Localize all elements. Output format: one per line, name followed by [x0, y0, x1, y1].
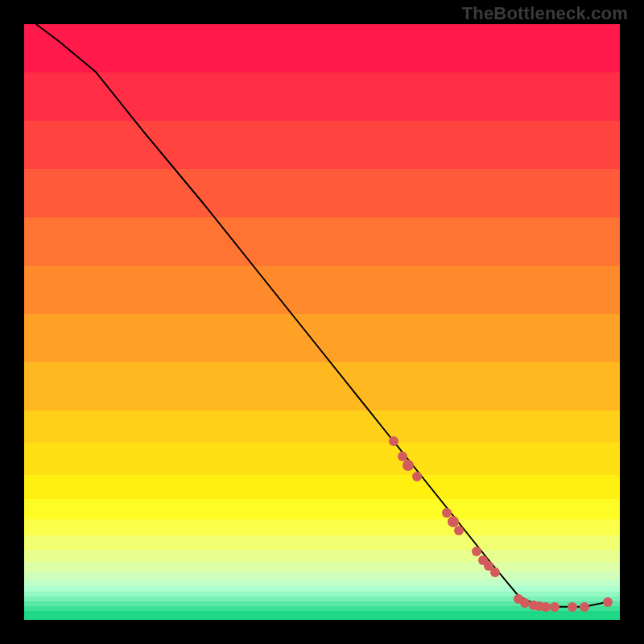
- data-marker: [412, 472, 422, 481]
- data-marker: [550, 602, 559, 612]
- frame: TheBottleneck.com: [0, 0, 644, 644]
- data-marker: [568, 602, 577, 612]
- data-marker: [490, 568, 500, 577]
- data-marker: [580, 602, 589, 612]
- curve-svg: [24, 24, 620, 620]
- data-marker: [472, 547, 481, 556]
- watermark-text: TheBottleneck.com: [462, 3, 628, 24]
- chart-area: [24, 24, 620, 620]
- data-marker: [520, 598, 530, 608]
- data-marker: [402, 460, 414, 471]
- curve-path: [36, 24, 608, 607]
- data-marker: [389, 436, 398, 446]
- data-marker: [603, 597, 613, 607]
- data-marker: [454, 526, 464, 535]
